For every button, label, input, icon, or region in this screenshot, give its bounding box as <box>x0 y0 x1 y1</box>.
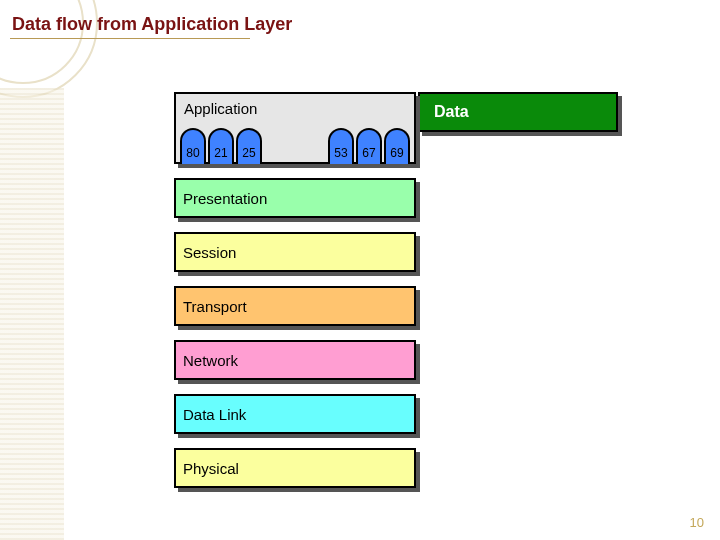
port-group-right: 53 67 69 <box>328 128 410 164</box>
layer-label: Physical <box>183 460 239 477</box>
layer-label: Data Link <box>183 406 246 423</box>
osi-stack: Application 80 21 25 53 67 69 Presentati… <box>174 92 416 488</box>
left-texture-band <box>0 88 64 540</box>
port-arch: 80 <box>180 128 206 164</box>
layer-transport: Transport <box>174 286 416 326</box>
layer-presentation: Presentation <box>174 178 416 218</box>
title-underline <box>10 38 250 39</box>
port-arch: 69 <box>384 128 410 164</box>
data-block: Data <box>418 92 618 132</box>
layer-label: Session <box>183 244 236 261</box>
layer-label: Presentation <box>183 190 267 207</box>
layer-network: Network <box>174 340 416 380</box>
port-arch: 25 <box>236 128 262 164</box>
layer-session: Session <box>174 232 416 272</box>
layer-label: Application <box>184 100 257 117</box>
layer-application: Application 80 21 25 53 67 69 <box>174 92 416 164</box>
port-arch: 53 <box>328 128 354 164</box>
port-arch: 21 <box>208 128 234 164</box>
layer-label: Transport <box>183 298 247 315</box>
port-arch: 67 <box>356 128 382 164</box>
port-group-left: 80 21 25 <box>180 128 262 164</box>
data-label: Data <box>434 103 469 121</box>
slide-title: Data flow from Application Layer <box>12 14 292 35</box>
layer-datalink: Data Link <box>174 394 416 434</box>
page-number: 10 <box>690 515 704 530</box>
layer-physical: Physical <box>174 448 416 488</box>
layer-label: Network <box>183 352 238 369</box>
